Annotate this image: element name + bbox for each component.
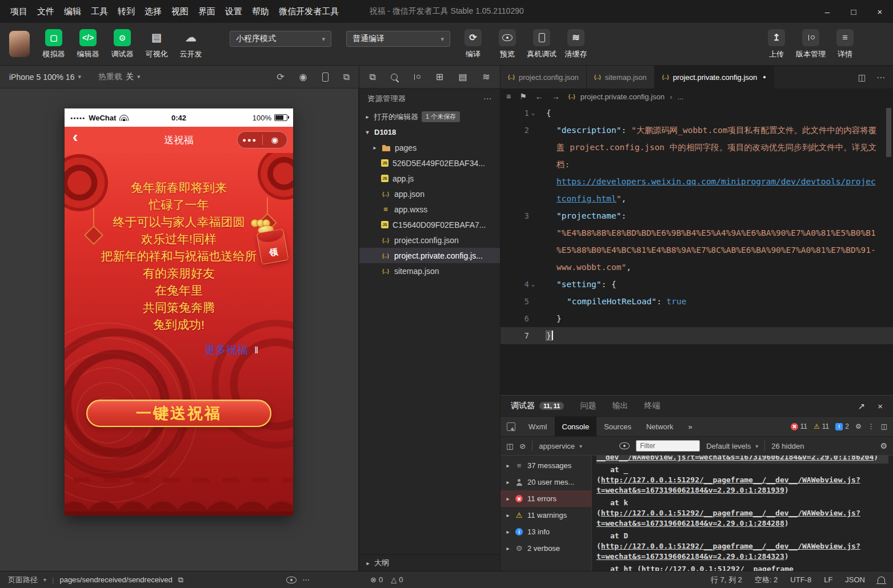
- refresh-icon[interactable]: ⟳: [277, 73, 284, 82]
- code-line[interactable]: 4⌄"setting": {: [500, 276, 893, 293]
- toolbar-button-清缓存[interactable]: ≋清缓存: [561, 29, 591, 59]
- open-editors-row[interactable]: ▸ 打开的编辑器 1 个未保存: [359, 109, 500, 124]
- panel-tab-终端[interactable]: 终端: [644, 401, 660, 411]
- code-link[interactable]: https://developers.weixin.qq.com/minipro…: [556, 177, 876, 203]
- exit-circle-icon[interactable]: ◉: [263, 135, 287, 144]
- user-avatar[interactable]: [9, 31, 30, 57]
- toolbar-button-预览[interactable]: 预览: [492, 29, 522, 59]
- console-filter-input[interactable]: [636, 440, 700, 452]
- fold-icon[interactable]: ⌄: [529, 276, 537, 293]
- eol-type[interactable]: LF: [824, 575, 832, 584]
- tree-item-pages[interactable]: ▸pages: [359, 140, 500, 155]
- menu-item[interactable]: 帮助: [252, 6, 269, 17]
- toolbar-button-编译[interactable]: ⟳编译: [458, 29, 488, 59]
- menu-item[interactable]: 选择: [145, 6, 162, 17]
- close-button[interactable]: ×: [867, 0, 893, 23]
- code-line[interactable]: 2"description": "大鹏源码网_wobbt.com项目私有配置文件…: [500, 122, 893, 207]
- panel-tab-输出[interactable]: 输出: [612, 401, 628, 411]
- issue-counter[interactable]: 2: [835, 422, 849, 430]
- more-blessings-link[interactable]: 更多祝福: [205, 344, 248, 356]
- bookmark-icon[interactable]: ⚑: [519, 92, 527, 100]
- inspect-element-icon[interactable]: [500, 422, 521, 431]
- code-line[interactable]: 5"compileHotReLoad": true: [500, 293, 893, 310]
- editor-tab-project.config.json[interactable]: {..}project.config.json: [500, 66, 587, 88]
- error-counter[interactable]: 11: [791, 422, 807, 430]
- devtools-tab-Sources[interactable]: Sources: [596, 417, 639, 436]
- grid-icon[interactable]: ⊞: [436, 73, 443, 82]
- menu-item[interactable]: 微信开发者工具: [279, 6, 339, 17]
- send-blessing-button[interactable]: 一键送祝福: [86, 400, 271, 427]
- devtools-tab-Wxml[interactable]: Wxml: [521, 417, 555, 436]
- toolbar-button-真机调试[interactable]: 真机调试: [527, 29, 556, 59]
- console-log[interactable]: __dev__/WAWebview.js?t=wechat&s=16731960…: [592, 456, 893, 571]
- encoding[interactable]: UTF-8: [790, 575, 811, 584]
- stack-frame-link[interactable]: __dev__/WAWebview.js?t=wechat&s=16731960…: [596, 456, 874, 461]
- more-icon[interactable]: ⋯: [483, 94, 492, 104]
- tree-item-C15640D09F02EBAFA7...[interactable]: C15640D09F02EBAFA7...: [359, 217, 500, 232]
- tree-item-project.private.config.js...[interactable]: project.private.config.js...: [359, 248, 500, 263]
- menu-item[interactable]: 视图: [171, 6, 189, 17]
- hot-reload-toggle[interactable]: 热重载 关 ▾: [98, 72, 141, 82]
- console-filter-13 info[interactable]: ▸13 info: [500, 523, 591, 540]
- project-root-row[interactable]: ▾ D1018: [359, 124, 500, 140]
- fold-icon[interactable]: ⌄: [529, 104, 537, 122]
- capsule-menu[interactable]: ●●● ◉: [237, 131, 287, 148]
- outline-section[interactable]: ▸ 大纲: [359, 554, 500, 571]
- toolbar-button-云开发[interactable]: ☁云开发: [176, 29, 206, 59]
- log-line[interactable]: __dev__/WAWebview.js?t=wechat&s=16731960…: [596, 456, 888, 464]
- tree-item-app.json[interactable]: app.json: [359, 186, 500, 202]
- save-all-icon[interactable]: ▤: [459, 73, 467, 82]
- tree-item-app.wxss[interactable]: app.wxss: [359, 202, 500, 217]
- log-line[interactable]: at D (http://127.0.0.1:51292/__pageframe…: [596, 530, 888, 563]
- toolbar-button-可视化[interactable]: ▤可视化: [142, 29, 171, 59]
- toolbar-button-版本管理[interactable]: 版本管理: [796, 29, 826, 59]
- kebab-menu-icon[interactable]: ⋮: [868, 423, 875, 430]
- back-icon[interactable]: ‹: [73, 128, 78, 146]
- panel-tab-问题[interactable]: 问题: [580, 401, 596, 411]
- editor-tab-project.private.config.json[interactable]: {..}project.private.config.json●: [655, 66, 774, 88]
- toolbar-button-调试器[interactable]: ⊙调试器: [107, 29, 137, 59]
- menu-item[interactable]: 界面: [198, 6, 215, 17]
- stack-frame-link[interactable]: http://127.0.0.1:51292/__pageframe__/__d…: [596, 542, 860, 561]
- indent-info[interactable]: 空格: 2: [755, 575, 778, 585]
- log-line[interactable]: at ht (http://127.0.0.1:51292/__pagefram…: [596, 563, 888, 571]
- devtools-tab-Console[interactable]: Console: [555, 417, 597, 436]
- forward-arrow-icon[interactable]: →: [552, 92, 560, 100]
- tree-item-app.js[interactable]: app.js: [359, 171, 500, 186]
- cursor-position[interactable]: 行 7, 列 2: [711, 575, 742, 585]
- watch-eye-icon[interactable]: [286, 577, 297, 583]
- console-settings-gear-icon[interactable]: ⚙: [880, 442, 887, 450]
- record-icon[interactable]: ◉: [299, 73, 307, 82]
- gear-icon[interactable]: ⚙: [855, 423, 862, 430]
- device-frame-icon[interactable]: [322, 73, 329, 82]
- sidebar-toggle-icon[interactable]: ◫: [506, 442, 513, 450]
- language-mode[interactable]: JSON: [845, 575, 865, 584]
- warning-counter[interactable]: ⚠11: [814, 422, 829, 430]
- more-icon[interactable]: ⋯: [302, 576, 310, 583]
- problems-summary[interactable]: ⊗0 △0: [370, 575, 403, 584]
- tree-item-project.config.json[interactable]: project.config.json: [359, 232, 500, 248]
- mode-select[interactable]: 小程序模式 ▾: [230, 31, 331, 47]
- stack-frame-link[interactable]: http://127.0.0.1:51292/__pageframe__: [642, 565, 803, 571]
- clear-console-icon[interactable]: ⊘: [519, 442, 526, 450]
- maximize-button[interactable]: □: [840, 0, 867, 23]
- more-dots-icon[interactable]: ●●●: [238, 136, 262, 143]
- minimize-button[interactable]: –: [814, 0, 840, 23]
- toolbar-button-上传[interactable]: ↥上传: [762, 29, 791, 59]
- code-line[interactable]: 1⌄{: [500, 104, 893, 122]
- device-select[interactable]: iPhone 5 100% 16 ▾: [9, 73, 81, 82]
- live-expression-eye-icon[interactable]: [619, 442, 630, 449]
- code-line[interactable]: 7}: [500, 327, 893, 344]
- menu-item[interactable]: 编辑: [64, 6, 81, 17]
- menu-item[interactable]: 转到: [118, 6, 135, 17]
- more-icon[interactable]: ⋯: [876, 73, 885, 82]
- overflow-tabs-icon[interactable]: »: [681, 417, 700, 436]
- multi-window-icon[interactable]: ⧉: [343, 73, 350, 82]
- code-line[interactable]: 3"projectname": "%E4%B8%8B%E8%BD%BD%E6%9…: [500, 207, 893, 276]
- git-branch-icon[interactable]: [413, 73, 421, 81]
- tree-item-526D5E449F02EBAF34...[interactable]: 526D5E449F02EBAF34...: [359, 155, 500, 171]
- toolbar-button-详情[interactable]: ≡详情: [830, 29, 860, 59]
- code-area[interactable]: 1⌄{2"description": "大鹏源码网_wobbt.com项目私有配…: [500, 104, 893, 344]
- compile-mode-select[interactable]: 普通编译 ▾: [346, 31, 450, 47]
- toolbar-button-编辑器[interactable]: </>编辑器: [73, 29, 103, 59]
